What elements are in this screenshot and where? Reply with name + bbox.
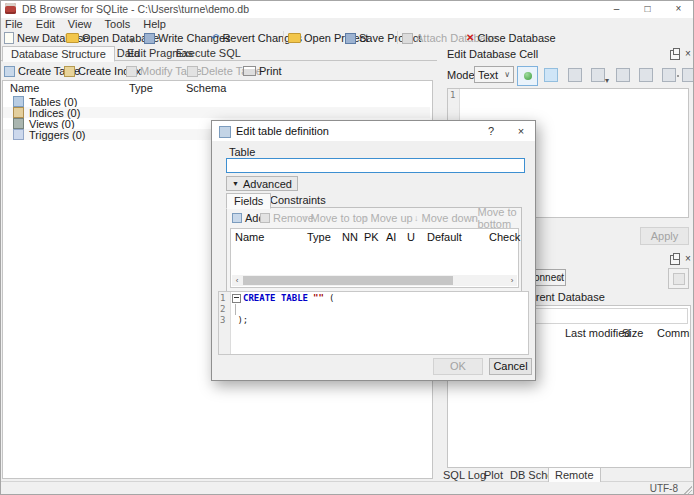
column-pk[interactable]: PK xyxy=(364,231,379,243)
column-name[interactable]: Name xyxy=(235,231,264,243)
create-index-icon xyxy=(64,66,75,77)
dock-tab-remote[interactable]: Remote xyxy=(548,467,601,482)
advanced-caret-icon: ▼ xyxy=(232,180,239,187)
fields-frame: Add Remove ↑ Move to top ↑ Move up ↓ Mov… xyxy=(226,207,522,293)
scrollbar-thumb[interactable] xyxy=(243,276,453,285)
indices-icon xyxy=(13,107,24,118)
import-data-icon[interactable] xyxy=(591,68,605,82)
delete-table-icon xyxy=(187,66,198,77)
dialog-title-bar[interactable]: Edit table definition ? × xyxy=(212,121,535,141)
menu-item-tools[interactable]: Tools xyxy=(100,18,136,30)
line-number: 2 xyxy=(220,304,229,315)
float-panel-icon[interactable] xyxy=(670,255,680,265)
close-database-icon: ✕ xyxy=(466,33,474,43)
maximize-button[interactable]: □ xyxy=(632,0,663,18)
print-button[interactable]: Print xyxy=(243,63,282,79)
import-dropdown-icon[interactable]: ▾ xyxy=(605,76,609,85)
triggers-icon xyxy=(13,129,24,140)
sql-preview[interactable]: 1 2 3 CREATE TABLE "" ( ); xyxy=(218,291,529,355)
move-to-bottom-button[interactable]: ↓ Move to bottom xyxy=(470,211,521,225)
chevron-down-icon: ∨ xyxy=(504,70,510,79)
dialog-title: Edit table definition xyxy=(236,121,329,141)
apply-cell-button[interactable] xyxy=(517,66,538,86)
title-bar: DB Browser for SQLite - C:\Users\turne\d… xyxy=(0,0,694,18)
refresh-icon xyxy=(673,273,685,285)
encoding-indicator[interactable]: UTF-8 xyxy=(650,483,678,494)
menu-item-help[interactable]: Help xyxy=(138,18,171,30)
column-last-modified[interactable]: Last modified xyxy=(565,327,630,339)
write-changes-icon xyxy=(144,33,155,44)
cancel-button[interactable]: Cancel xyxy=(489,358,532,375)
views-icon xyxy=(13,118,24,129)
tab-execute-sql[interactable]: Execute SQL xyxy=(168,46,249,60)
tree-item-indices[interactable]: Indices (0) xyxy=(3,107,430,118)
mode-select[interactable]: Text ∨ xyxy=(474,66,514,83)
close-panel-icon[interactable]: × xyxy=(685,49,691,59)
fold-guide-line xyxy=(235,304,236,315)
open-project-icon xyxy=(288,33,301,43)
move-up-button[interactable]: ↑ Move up xyxy=(363,211,413,225)
column-u[interactable]: U xyxy=(407,231,415,243)
save-project-icon xyxy=(345,33,356,44)
move-to-bottom-icon: ↓ xyxy=(470,213,475,223)
fold-marker-icon[interactable] xyxy=(232,294,241,303)
toolbar-separator xyxy=(283,31,284,44)
set-null-icon[interactable] xyxy=(568,68,582,82)
tree-column-schema[interactable]: Schema xyxy=(186,82,226,95)
advanced-toggle-button[interactable]: ▼ Advanced xyxy=(226,176,298,191)
table-name-label: Table xyxy=(229,146,255,158)
open-database-dropdown-icon[interactable]: ▾ xyxy=(130,36,134,45)
table-name-input[interactable] xyxy=(226,158,525,173)
column-commit[interactable]: Commit xyxy=(657,327,691,339)
print-cell-icon[interactable] xyxy=(682,68,694,82)
horizontal-scrollbar[interactable]: ‹ › xyxy=(232,275,517,286)
scroll-left-icon[interactable]: ‹ xyxy=(232,275,242,286)
resize-grip[interactable] xyxy=(684,486,692,494)
dialog-close-button[interactable]: × xyxy=(508,121,534,141)
move-to-top-icon: ↑ xyxy=(303,213,308,223)
menu-item-edit[interactable]: Edit xyxy=(31,18,60,30)
column-nn[interactable]: NN xyxy=(342,231,358,243)
column-default[interactable]: Default xyxy=(427,231,462,243)
column-type[interactable]: Type xyxy=(307,231,331,243)
tab-database-structure[interactable]: Database Structure xyxy=(2,46,115,62)
minimize-button[interactable]: – xyxy=(601,0,632,18)
apply-button[interactable]: Apply xyxy=(640,227,689,245)
tab-fields[interactable]: Fields xyxy=(226,193,271,209)
ok-button[interactable]: OK xyxy=(433,358,483,375)
help-button[interactable]: ? xyxy=(478,121,504,141)
overflow-dot-icon xyxy=(677,75,679,77)
save-cell-icon[interactable] xyxy=(639,68,653,82)
print-icon xyxy=(243,66,256,76)
tree-column-name[interactable]: Name xyxy=(10,82,39,95)
tree-column-type[interactable]: Type xyxy=(129,82,153,95)
copy-cell-icon[interactable] xyxy=(662,68,676,82)
move-down-button[interactable]: ↓ Move down xyxy=(414,211,478,225)
close-database-button[interactable]: ✕ Close Database xyxy=(466,30,556,46)
fields-table: Name Type NN PK AI U Default Check ‹ › xyxy=(230,228,519,288)
float-panel-icon[interactable] xyxy=(670,50,680,60)
refresh-remote-button[interactable] xyxy=(668,268,689,289)
app-icon xyxy=(5,3,16,14)
scroll-right-icon[interactable]: › xyxy=(507,275,517,286)
move-down-icon: ↓ xyxy=(414,213,419,223)
sql-line-1: CREATE TABLE "" ( xyxy=(232,293,334,304)
attach-database-icon xyxy=(402,33,413,44)
close-panel-icon[interactable]: × xyxy=(685,254,691,264)
close-button[interactable]: × xyxy=(663,0,694,18)
create-table-icon xyxy=(4,66,15,77)
column-check[interactable]: Check xyxy=(489,231,520,243)
column-size[interactable]: Size xyxy=(622,327,643,339)
edit-table-definition-dialog: Edit table definition ? × Table ▼ Advanc… xyxy=(211,120,536,381)
tree-item-tables[interactable]: Tables (0) xyxy=(3,96,430,107)
move-to-top-button[interactable]: ↑ Move to top xyxy=(303,211,368,225)
menu-item-view[interactable]: View xyxy=(63,18,97,30)
menu-item-file[interactable]: File xyxy=(0,18,28,30)
cell-editor-line-number: 1 xyxy=(450,90,455,100)
export-data-icon[interactable] xyxy=(616,68,630,82)
tab-constraints[interactable]: Constraints xyxy=(263,193,333,207)
column-ai[interactable]: AI xyxy=(386,231,396,243)
mode-label: Mode: xyxy=(447,69,478,81)
line-number: 3 xyxy=(220,315,229,326)
word-wrap-icon[interactable] xyxy=(544,68,558,82)
